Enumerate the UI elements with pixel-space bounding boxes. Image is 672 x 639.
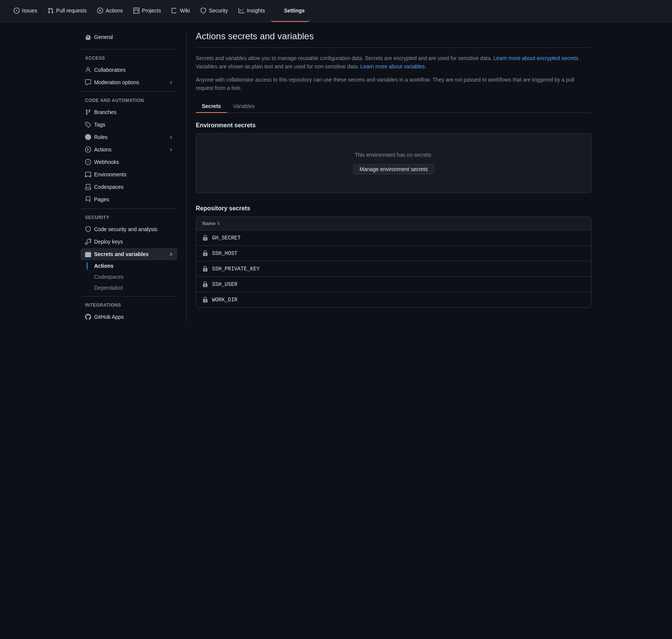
pages-icon	[85, 196, 91, 202]
top-navigation: Issues Pull requests Actions Projects Wi…	[0, 0, 672, 22]
sidebar-item-code-security[interactable]: Code security and analysis	[81, 223, 177, 235]
tab-variables[interactable]: Variables	[227, 100, 261, 113]
app-icon	[85, 314, 91, 320]
key-icon	[85, 239, 91, 245]
actions-chevron: ∨	[169, 147, 173, 152]
sidebar-divider-integrations	[81, 296, 177, 296]
branches-label: Branches	[94, 109, 116, 115]
actions-nav-icon	[97, 8, 103, 14]
lock-icon-1	[202, 235, 208, 241]
code-security-label: Code security and analysis	[94, 226, 157, 232]
env-secrets-empty-text: This environment has no secrets.	[205, 152, 582, 158]
description-block: Secrets and variables allow you to manag…	[196, 54, 591, 93]
settings-nav-icon	[276, 8, 282, 14]
table-row[interactable]: SSH_PRIVATE_KEY	[196, 261, 591, 277]
nav-issues[interactable]: Issues	[9, 0, 42, 22]
sidebar-section-integrations: Integrations	[81, 303, 177, 308]
sidebar-section-code: Code and automation	[81, 98, 177, 103]
repo-secrets-table: Name ⇅ GH_SECRET SSH_HOST SSH_PRIVA	[196, 216, 591, 308]
issue-icon	[14, 8, 20, 14]
sidebar-divider-code	[81, 91, 177, 92]
secrets-vars-chevron: ∧	[169, 252, 173, 257]
nav-security[interactable]: Security	[196, 0, 232, 22]
sidebar-item-pages[interactable]: Pages	[81, 193, 177, 205]
lock-icon-2	[202, 250, 208, 256]
table-row[interactable]: SSH_USER	[196, 277, 591, 292]
tags-label: Tags	[94, 122, 105, 128]
tab-secrets[interactable]: Secrets	[196, 100, 227, 113]
rules-label: Rules	[94, 134, 108, 140]
nav-projects[interactable]: Projects	[129, 0, 166, 22]
sidebar-item-rules[interactable]: Rules ∨	[81, 131, 177, 143]
nav-settings[interactable]: Settings	[271, 0, 309, 22]
sidebar-item-github-apps[interactable]: GitHub Apps	[81, 311, 177, 323]
insights-icon	[238, 8, 245, 14]
table-header: Name ⇅	[196, 217, 591, 230]
nav-pull-requests[interactable]: Pull requests	[43, 0, 91, 22]
manage-env-secrets-button[interactable]: Manage environment secrets	[353, 164, 434, 174]
person-icon	[85, 67, 91, 73]
sidebar-item-actions[interactable]: Actions ∨	[81, 144, 177, 156]
moderation-chevron: ∨	[169, 80, 173, 85]
sidebar-item-moderation[interactable]: Moderation options ∨	[81, 76, 177, 88]
main-content: Actions secrets and variables Secrets an…	[186, 31, 591, 323]
nav-wiki[interactable]: Wiki	[167, 0, 194, 22]
table-row[interactable]: GH_SECRET	[196, 230, 591, 246]
shield-icon	[85, 226, 91, 232]
webhooks-label: Webhooks	[94, 159, 119, 165]
codespaces-icon	[85, 184, 91, 190]
sidebar-item-collaborators[interactable]: Collaborators	[81, 64, 177, 76]
sidebar-item-secrets-vars[interactable]: Secrets and variables ∧	[81, 248, 177, 260]
nav-actions[interactable]: Actions	[93, 0, 127, 22]
nav-security-label: Security	[209, 8, 228, 14]
sub-dependabot-label: Dependabot	[94, 285, 123, 291]
nav-issues-label: Issues	[22, 8, 37, 14]
sidebar-divider-access	[81, 49, 177, 49]
projects-icon	[133, 8, 139, 14]
sidebar-section-security: Security	[81, 215, 177, 220]
env-secrets-title: Environment secrets	[196, 122, 591, 129]
sidebar-sub-dependabot[interactable]: Dependabot	[81, 282, 177, 293]
lock-icon-3	[202, 266, 208, 272]
webhook-icon	[85, 159, 91, 165]
nav-projects-label: Projects	[142, 8, 161, 14]
page-layout: General Access Collaborators Moderation …	[71, 22, 601, 332]
nav-pr-label: Pull requests	[56, 8, 87, 14]
env-secrets-box: This environment has no secrets. Manage …	[196, 133, 591, 193]
environments-icon	[85, 171, 91, 178]
nav-insights[interactable]: Insights	[234, 0, 269, 22]
gear-icon	[85, 34, 91, 40]
sidebar-sub-codespaces[interactable]: Codespaces	[81, 272, 177, 282]
github-apps-label: GitHub Apps	[94, 314, 124, 320]
secrets-vars-label: Secrets and variables	[94, 251, 149, 257]
asterisk-icon	[85, 251, 91, 257]
link-variables[interactable]: Learn more about variables	[361, 63, 425, 69]
rules-icon	[85, 134, 91, 140]
pages-label: Pages	[94, 196, 109, 202]
sidebar-item-deploy-keys[interactable]: Deploy keys	[81, 236, 177, 248]
nav-actions-label: Actions	[105, 8, 123, 14]
sidebar-item-branches[interactable]: Branches	[81, 106, 177, 118]
sidebar-item-general[interactable]: General	[81, 31, 177, 43]
sidebar-sub-actions[interactable]: Actions	[81, 261, 177, 271]
name-column-header: Name	[202, 221, 215, 226]
moderation-label: Moderation options	[94, 79, 139, 85]
link-encrypted-secrets[interactable]: Learn more about encrypted secrets	[494, 55, 579, 61]
sidebar-item-codespaces[interactable]: Codespaces	[81, 181, 177, 193]
sidebar-item-webhooks[interactable]: Webhooks	[81, 156, 177, 168]
sidebar-general-label: General	[94, 34, 113, 40]
table-row[interactable]: SSH_HOST	[196, 246, 591, 261]
pr-icon	[48, 8, 54, 14]
rules-chevron: ∨	[169, 134, 173, 140]
sidebar-divider-security	[81, 208, 177, 209]
table-row[interactable]: WORK_DIR	[196, 292, 591, 307]
sidebar-item-tags[interactable]: Tags	[81, 119, 177, 131]
content-tabs: Secrets Variables	[196, 100, 591, 113]
moderation-icon	[85, 79, 91, 85]
environments-label: Environments	[94, 171, 127, 178]
sort-icon: ⇅	[217, 221, 220, 225]
desc-text-1: Secrets and variables allow you to manag…	[196, 55, 492, 61]
sidebar-item-environments[interactable]: Environments	[81, 168, 177, 181]
security-nav-icon	[200, 8, 206, 14]
codespaces-label: Codespaces	[94, 184, 124, 190]
